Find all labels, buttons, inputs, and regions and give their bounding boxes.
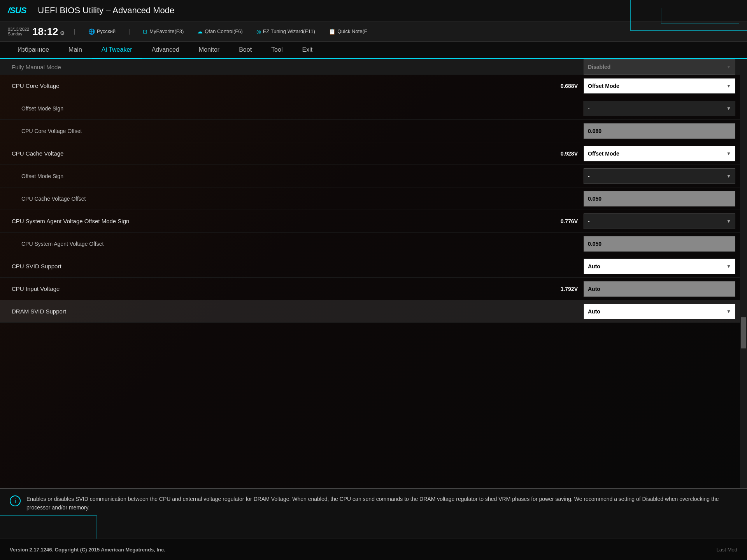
fully-manual-dropdown[interactable]: Disabled ▼: [584, 59, 735, 75]
quick-note-label: Quick Note(F: [337, 28, 367, 34]
row-control[interactable]: Offset Mode ▼: [584, 78, 735, 94]
row-control[interactable]: - ▼: [584, 214, 735, 229]
dropdown-arrow-icon: ▼: [726, 151, 731, 156]
input-value: 0.080: [588, 128, 601, 134]
offset-mode-sign-2-dropdown[interactable]: - ▼: [584, 168, 735, 184]
footer-last-mod: Last Mod: [717, 547, 737, 553]
cpu-cache-voltage-offset-input[interactable]: 0.050: [584, 191, 735, 206]
ez-tuning-button[interactable]: ◎ EZ Tuning Wizard(F11): [253, 27, 319, 36]
dropdown-value: -: [588, 218, 590, 224]
nav-menu: Избранное Main Ai Tweaker Advanced Monit…: [0, 42, 747, 59]
row-value-badge: 0.688V: [551, 83, 578, 89]
globe-icon: 🌐: [88, 28, 95, 35]
version-number: Version 2.17.1246.: [10, 547, 53, 553]
row-label: CPU Core Voltage: [12, 82, 551, 89]
wizard-icon: ◎: [256, 28, 261, 35]
row-value-badge: 0.776V: [551, 218, 578, 224]
myfavorite-button[interactable]: ⊡ MyFavorite(F3): [139, 27, 188, 36]
row-control[interactable]: 0.080: [584, 123, 735, 139]
nav-exit[interactable]: Exit: [292, 42, 322, 59]
row-control[interactable]: Auto ▼: [584, 304, 735, 319]
nav-monitor[interactable]: Monitor: [189, 42, 229, 59]
nav-tool[interactable]: Tool: [261, 42, 292, 59]
dropdown-arrow-icon: ▼: [726, 106, 731, 111]
copyright-text: Copyright (C) 2015 American Megatrends, …: [55, 547, 165, 553]
row-label: CPU Core Voltage Offset: [12, 128, 551, 134]
cpu-svid-support-dropdown[interactable]: Auto ▼: [584, 259, 735, 274]
language-label: Русский: [97, 28, 116, 34]
fully-manual-label: Fully Manual Mode: [12, 64, 584, 70]
fully-manual-mode-row: Fully Manual Mode Disabled ▼: [0, 59, 747, 75]
dropdown-value: Auto: [588, 263, 600, 270]
row-label: CPU Cache Voltage: [12, 150, 551, 157]
dropdown-arrow-icon: ▼: [726, 173, 731, 179]
row-value-badge: 0.928V: [551, 150, 578, 157]
cpu-cache-voltage-dropdown[interactable]: Offset Mode ▼: [584, 146, 735, 161]
note-icon: 📋: [329, 28, 335, 35]
cpu-core-voltage-dropdown[interactable]: Offset Mode ▼: [584, 78, 735, 94]
dropdown-arrow-icon: ▼: [726, 64, 731, 70]
table-row: Offset Mode Sign - ▼: [0, 97, 747, 120]
info-bar: i Enables or disables SVID communication…: [0, 488, 747, 539]
row-value-badge: 1.792V: [551, 286, 578, 292]
bios-title: UEFI BIOS Utility – Advanced Mode: [38, 5, 174, 16]
nav-izbrannoye[interactable]: Избранное: [8, 42, 59, 59]
row-control[interactable]: 0.050: [584, 191, 735, 206]
qfan-button[interactable]: ☁ Qfan Control(F6): [193, 27, 247, 36]
info-text: Enables or disables SVID communication b…: [26, 495, 737, 512]
nav-ai-tweaker[interactable]: Ai Tweaker: [92, 42, 142, 59]
table-row: CPU Core Voltage 0.688V Offset Mode ▼: [0, 75, 747, 97]
dram-svid-support-dropdown[interactable]: Auto ▼: [584, 304, 735, 319]
footer-version: Version 2.17.1246. Copyright (C) 2015 Am…: [10, 547, 165, 553]
main-content: Fully Manual Mode Disabled ▼ CPU Core Vo…: [0, 59, 747, 488]
table-row: CPU Cache Voltage Offset 0.050: [0, 187, 747, 210]
dropdown-arrow-icon: ▼: [726, 309, 731, 314]
language-button[interactable]: 🌐 Русский: [84, 27, 119, 36]
row-control[interactable]: - ▼: [584, 101, 735, 116]
date-label: 03/13/2022: [8, 27, 29, 32]
row-label: Offset Mode Sign: [12, 173, 551, 179]
datetime-display: 03/13/2022 Sunday: [8, 27, 29, 36]
table-row: DRAM SVID Support Auto ▼: [0, 300, 747, 323]
dropdown-value: Offset Mode: [588, 83, 619, 89]
row-control[interactable]: - ▼: [584, 168, 735, 184]
table-row: CPU Core Voltage Offset 0.080: [0, 120, 747, 142]
ez-tuning-label: EZ Tuning Wizard(F11): [263, 28, 315, 34]
row-label: CPU System Agent Voltage Offset Mode Sig…: [12, 218, 551, 224]
dropdown-value: -: [588, 105, 590, 112]
qfan-label: Qfan Control(F6): [205, 28, 243, 34]
dropdown-value: -: [588, 173, 590, 179]
asus-logo: /SUS: [8, 5, 26, 16]
nav-main[interactable]: Main: [59, 42, 92, 59]
cpu-input-voltage-value: Auto: [584, 281, 735, 297]
dropdown-value: Auto: [588, 308, 600, 315]
scrollbar-thumb[interactable]: [741, 317, 746, 348]
row-control[interactable]: Offset Mode ▼: [584, 146, 735, 161]
time-display: 18:12: [32, 26, 58, 37]
cpu-system-agent-sign-dropdown[interactable]: - ▼: [584, 214, 735, 229]
day-label: Sunday: [8, 32, 29, 36]
row-control[interactable]: Auto ▼: [584, 259, 735, 274]
offset-mode-sign-1-dropdown[interactable]: - ▼: [584, 101, 735, 116]
fan-icon: ☁: [197, 28, 203, 35]
row-control[interactable]: 0.050: [584, 236, 735, 252]
table-row: CPU Cache Voltage 0.928V Offset Mode ▼: [0, 142, 747, 165]
top-decoration: [630, 0, 747, 31]
row-label: DRAM SVID Support: [12, 308, 551, 315]
divider2: |: [128, 28, 130, 35]
row-control: Auto: [584, 281, 735, 297]
quick-note-button[interactable]: 📋 Quick Note(F: [325, 27, 371, 36]
settings-table: CPU Core Voltage 0.688V Offset Mode ▼ Of…: [0, 75, 747, 323]
nav-advanced[interactable]: Advanced: [142, 42, 189, 59]
cpu-system-agent-offset-input[interactable]: 0.050: [584, 236, 735, 252]
table-row: CPU Input Voltage 1.792V Auto: [0, 278, 747, 300]
nav-boot[interactable]: Boot: [229, 42, 261, 59]
input-value: Auto: [588, 286, 600, 292]
settings-gear-icon[interactable]: ⚙: [60, 30, 65, 36]
row-label: Offset Mode Sign: [12, 105, 551, 112]
cpu-core-voltage-offset-input[interactable]: 0.080: [584, 123, 735, 139]
info-icon: i: [10, 495, 21, 506]
table-row: CPU System Agent Voltage Offset 0.050: [0, 233, 747, 255]
footer: Version 2.17.1246. Copyright (C) 2015 Am…: [0, 539, 747, 560]
scrollbar-track[interactable]: [740, 59, 747, 488]
